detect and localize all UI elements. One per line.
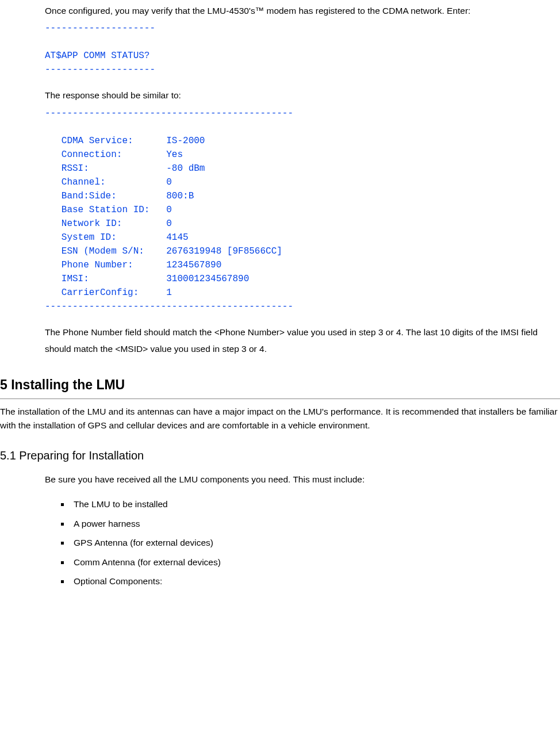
intro-text-1: Once configured, you may verify that the…: [45, 2, 554, 19]
list-item: A power harness: [70, 515, 554, 532]
heading-preparing: 5.1 Preparing for Installation: [0, 445, 560, 466]
list-item: The LMU to be installed: [70, 496, 554, 512]
paragraph-components: Be sure you have received all the LMU co…: [45, 471, 554, 488]
paragraph-phone-note: The Phone Number field should match the …: [45, 324, 554, 358]
list-item: GPS Antenna (for external devices): [70, 534, 554, 551]
code-block-2: ----------------------------------------…: [45, 106, 554, 313]
paragraph-install-intro: The installation of the LMU and its ante…: [0, 405, 560, 432]
heading-install: 5 Installing the LMU: [0, 373, 560, 400]
component-list: The LMU to be installed A power harness …: [45, 496, 554, 589]
list-item: Optional Components:: [70, 573, 554, 589]
list-item: Comm Antenna (for external devices): [70, 554, 554, 570]
intro-text-2: The response should be similar to:: [45, 87, 554, 104]
code-block-1: -------------------- AT$APP COMM STATUS?…: [45, 21, 554, 76]
